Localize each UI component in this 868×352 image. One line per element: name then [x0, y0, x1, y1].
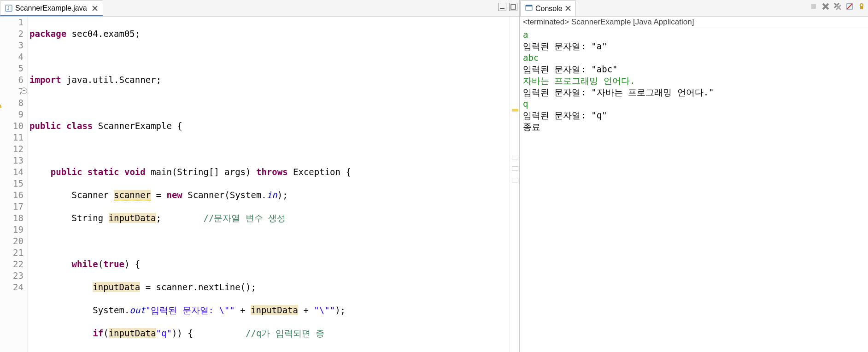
line-number: 12: [0, 143, 23, 155]
console-tab[interactable]: Console: [520, 0, 576, 16]
svg-rect-20: [860, 6, 863, 9]
line-number: 22: [0, 258, 23, 270]
line-number: 6: [0, 74, 23, 86]
line-number: 19: [0, 224, 23, 235]
console-output[interactable]: a입력된 문자열: "a"abc입력된 문자열: "abc"자바는 프로그래밍 …: [520, 28, 868, 352]
line-number: 1: [0, 17, 23, 28]
editor-window-controls: [498, 3, 517, 11]
ruler-mark[interactable]: [512, 155, 518, 159]
line-number: 14: [0, 166, 23, 178]
editor-body[interactable]: 1 2 3 4 5 6 7− 8 9 10 11 12 13 14 15 16 …: [0, 17, 519, 352]
console-tab-label: Console: [535, 5, 563, 13]
code-line[interactable]: [29, 235, 517, 247]
line-number: 4: [0, 51, 23, 63]
line-number: 9: [0, 109, 23, 120]
editor-pane: J ScannerExample.java 1 2 3 4 5 6 7− 8 9…: [0, 0, 520, 352]
scroll-lock-icon[interactable]: [857, 2, 866, 11]
line-number: 23: [0, 270, 23, 282]
console-line: 입력된 문자열: "자바는 프로그래밍 언어다.": [523, 87, 865, 98]
console-icon: [525, 4, 533, 13]
code-line[interactable]: Scanner scanner = new Scanner(System.in)…: [29, 189, 517, 201]
code-line[interactable]: [29, 97, 517, 109]
line-number: 24: [0, 282, 23, 293]
svg-text:J: J: [7, 6, 10, 11]
svg-marker-6: [0, 102, 1, 107]
code-line[interactable]: [29, 143, 517, 155]
line-number: 18: [0, 212, 23, 224]
console-line: abc: [523, 52, 865, 64]
code-line[interactable]: package sec04.exam05;: [29, 28, 517, 40]
svg-line-19: [847, 4, 852, 9]
console-line: 자바는 프로그래밍 언어다.: [523, 75, 865, 87]
line-number: 20: [0, 235, 23, 247]
code-area[interactable]: package sec04.exam05; import java.util.S…: [28, 17, 519, 352]
line-number: 11: [0, 132, 23, 143]
console-line: 입력된 문자열: "q": [523, 110, 865, 121]
close-icon[interactable]: [565, 5, 571, 13]
console-line: a: [523, 29, 865, 41]
clear-console-icon[interactable]: [845, 2, 854, 11]
line-number: 16: [0, 189, 23, 201]
console-line: 입력된 문자열: "a": [523, 41, 865, 52]
line-number: 17: [0, 201, 23, 212]
svg-rect-11: [811, 4, 816, 9]
code-line[interactable]: [29, 51, 517, 63]
console-line: 입력된 문자열: "abc": [523, 64, 865, 75]
maximize-view-icon[interactable]: [509, 3, 517, 11]
svg-rect-4: [500, 8, 504, 9]
svg-rect-8: [526, 5, 532, 6]
line-number: 3: [0, 40, 23, 51]
close-icon[interactable]: [92, 5, 98, 12]
code-line[interactable]: public static void main(String[] args) t…: [29, 166, 517, 178]
code-line[interactable]: public class ScannerExample {: [29, 120, 517, 132]
console-status: <terminated> ScannerExample [Java Applic…: [520, 17, 868, 28]
editor-tab-label: ScannerExample.java: [15, 4, 87, 12]
terminate-icon[interactable]: [809, 2, 818, 11]
line-number: 13: [0, 155, 23, 166]
code-line[interactable]: import java.util.Scanner;: [29, 74, 517, 86]
code-line[interactable]: inputData = scanner.nextLine();: [29, 282, 517, 293]
console-line: q: [523, 98, 865, 110]
editor-tab-bar: J ScannerExample.java: [0, 0, 519, 17]
editor-tab-scannerexample[interactable]: J ScannerExample.java: [0, 0, 103, 16]
line-number: 5: [0, 63, 23, 74]
line-number: 10: [0, 120, 23, 132]
fold-toggle-icon[interactable]: −: [21, 88, 27, 94]
code-line[interactable]: while(true) {: [29, 258, 517, 270]
console-pane: Console <terminated> ScannerExample [Jav…: [520, 0, 868, 352]
overview-ruler[interactable]: [509, 17, 519, 352]
ruler-mark-warning[interactable]: [512, 109, 518, 111]
line-number: 21: [0, 247, 23, 258]
warning-marker-icon: [0, 99, 2, 106]
line-number: 15: [0, 178, 23, 189]
console-tab-bar: Console: [520, 0, 868, 17]
remove-launch-icon[interactable]: [821, 2, 830, 11]
code-line[interactable]: String inputData; //문자열 변수 생성: [29, 212, 517, 224]
ruler-mark[interactable]: [512, 166, 518, 171]
code-line[interactable]: if(inputData"q")) { //q가 입력되면 종: [29, 328, 517, 339]
code-line[interactable]: System.out"입력된 문자열: \"" + inputData + "\…: [29, 305, 517, 316]
line-number: 2: [0, 28, 23, 40]
java-file-icon: J: [5, 5, 12, 12]
line-number: 7−: [0, 86, 23, 97]
remove-all-launches-icon[interactable]: [833, 2, 842, 11]
line-number-gutter: 1 2 3 4 5 6 7− 8 9 10 11 12 13 14 15 16 …: [0, 17, 28, 352]
console-line: 종료: [523, 121, 865, 133]
minimize-view-icon[interactable]: [498, 3, 506, 11]
svg-rect-5: [511, 5, 516, 9]
line-number: 8: [0, 97, 23, 109]
ruler-mark[interactable]: [512, 178, 518, 182]
console-toolbar: [809, 2, 866, 11]
